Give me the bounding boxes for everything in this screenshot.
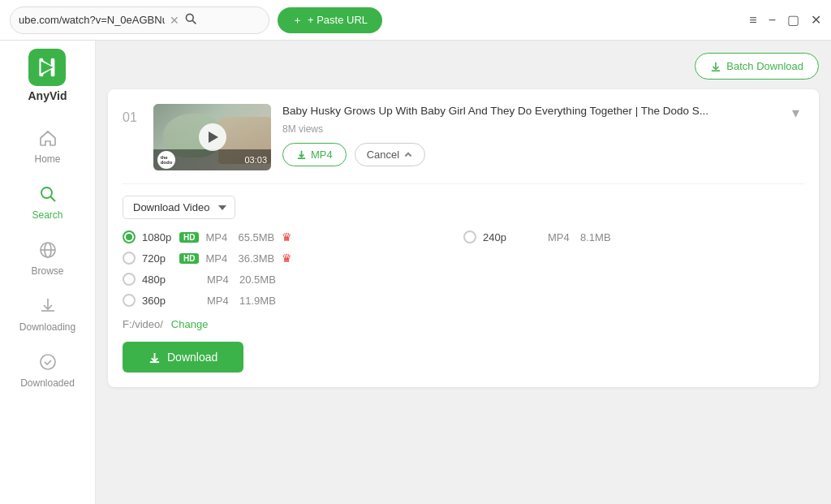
quality-col-right: 240p MP4 8.1MB xyxy=(463,230,804,307)
quality-radio-480p[interactable] xyxy=(123,273,136,286)
url-bar: ✕ xyxy=(10,6,269,34)
sidebar-item-downloading[interactable]: Downloading xyxy=(0,286,95,342)
play-button[interactable] xyxy=(199,123,226,151)
mp4-download-button[interactable]: MP4 xyxy=(282,143,347,166)
change-path-link[interactable]: Change xyxy=(171,318,209,330)
downloading-icon xyxy=(38,296,58,318)
cancel-button[interactable]: Cancel xyxy=(355,143,425,166)
sidebar-item-browse[interactable]: Browse xyxy=(0,230,95,286)
quality-row-720p: 720p HD MP4 36.3MB ♛ xyxy=(123,252,463,265)
url-input[interactable] xyxy=(19,14,165,26)
url-clear-button[interactable]: ✕ xyxy=(170,14,179,27)
premium-icon-1080p: ♛ xyxy=(282,230,292,243)
video-title: Baby Husky Grows Up With Baby Girl And T… xyxy=(282,104,776,119)
svg-point-0 xyxy=(186,14,193,21)
browse-icon xyxy=(38,240,58,262)
main-layout: AnyVid Home Search xyxy=(0,41,831,504)
quality-radio-360p[interactable] xyxy=(123,294,136,307)
svg-point-10 xyxy=(41,355,55,369)
titlebar: ✕ ＋ + Paste URL ≡ − ▢ ✕ xyxy=(0,0,831,41)
divider xyxy=(123,183,804,184)
maximize-icon[interactable]: ▢ xyxy=(787,12,799,28)
save-path-row: F:/video/ Change xyxy=(123,318,804,330)
sidebar-item-downloaded[interactable]: Downloaded xyxy=(0,342,95,398)
plus-icon: ＋ xyxy=(292,13,303,28)
video-thumbnail[interactable]: thedodo 03:03 xyxy=(153,104,271,170)
url-search-icon[interactable] xyxy=(184,12,197,28)
quality-grid: 1080p HD MP4 65.5MB ♛ 720p HD MP4 36.3MB… xyxy=(123,230,804,307)
menu-icon[interactable]: ≡ xyxy=(749,13,756,28)
premium-icon-720p: ♛ xyxy=(282,252,292,265)
sidebar-item-home[interactable]: Home xyxy=(0,118,95,174)
download-type-select[interactable]: Download Video xyxy=(123,196,235,219)
paste-url-button[interactable]: ＋ + Paste URL xyxy=(278,7,382,33)
downloaded-icon xyxy=(38,352,58,374)
video-card: 01 thedodo 03:03 xyxy=(108,89,819,387)
quality-col-left: 1080p HD MP4 65.5MB ♛ 720p HD MP4 36.3MB… xyxy=(123,230,463,307)
save-path-label: F:/video/ xyxy=(123,318,163,330)
svg-line-6 xyxy=(50,197,55,202)
download-button[interactable]: Download xyxy=(123,342,243,373)
quality-row-240p: 240p MP4 8.1MB xyxy=(463,230,804,243)
logo-area: AnyVid xyxy=(28,49,67,102)
batch-download-button[interactable]: Batch Download xyxy=(695,53,819,80)
quality-radio-720p[interactable] xyxy=(123,252,136,265)
search-icon xyxy=(38,184,58,206)
video-actions: MP4 Cancel xyxy=(282,143,776,166)
video-views: 8M views xyxy=(282,123,776,135)
sidebar: AnyVid Home Search xyxy=(0,41,96,504)
content-area: Batch Download 01 xyxy=(96,41,831,504)
quality-radio-1080p[interactable] xyxy=(123,230,136,243)
quality-row-360p: 360p MP4 11.9MB xyxy=(123,294,463,307)
batch-download-row: Batch Download xyxy=(108,53,819,80)
window-controls: ≡ − ▢ ✕ xyxy=(749,12,821,28)
channel-logo: thedodo xyxy=(157,151,175,169)
app-name: AnyVid xyxy=(28,89,67,102)
more-options-button[interactable]: ▾ xyxy=(787,104,804,122)
svg-line-1 xyxy=(192,20,196,24)
app-logo xyxy=(28,49,66,86)
video-header: 01 thedodo 03:03 xyxy=(123,104,804,170)
video-info: Baby Husky Grows Up With Baby Girl And T… xyxy=(282,104,776,166)
sidebar-item-search[interactable]: Search xyxy=(0,174,95,230)
home-icon xyxy=(38,128,58,150)
close-icon[interactable]: ✕ xyxy=(811,12,821,28)
quality-radio-240p[interactable] xyxy=(463,230,476,243)
download-options-header: Download Video xyxy=(123,196,804,219)
svg-point-5 xyxy=(41,187,52,198)
minimize-icon[interactable]: − xyxy=(769,13,776,28)
quality-row-480p: 480p MP4 20.5MB xyxy=(123,273,463,286)
quality-row-1080p: 1080p HD MP4 65.5MB ♛ xyxy=(123,230,463,243)
thumbnail-overlay: thedodo 03:03 xyxy=(153,149,271,170)
video-number: 01 xyxy=(123,110,142,125)
